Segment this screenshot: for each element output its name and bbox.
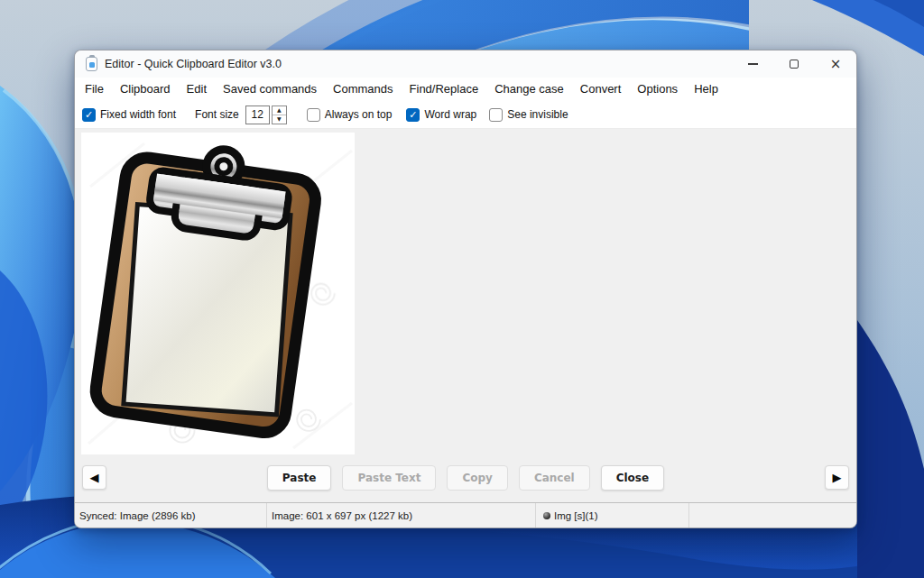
window-title: Editor - Quick Clipboard Editor v3.0 <box>105 58 282 70</box>
toolbar: ✓ Fixed width font Font size 12 ▲ ▼ ✓ Al… <box>75 101 856 129</box>
maximize-icon <box>790 60 799 69</box>
see-invisible-label: See invisible <box>507 108 568 121</box>
fixed-width-font-checkbox[interactable]: ✓ <box>82 108 96 122</box>
close-icon: × <box>830 58 842 71</box>
menu-item-options[interactable]: Options <box>629 78 686 101</box>
chevron-up-icon: ▲ <box>277 107 282 113</box>
always-on-top-checkbox[interactable]: ✓ <box>307 108 320 122</box>
menu-item-commands[interactable]: Commands <box>325 78 401 101</box>
chevron-down-icon: ▼ <box>277 116 282 122</box>
status-clip-slot: Img [s](1) <box>536 503 689 528</box>
clipboard-image-preview <box>81 133 355 454</box>
font-size-stepper: ▲ ▼ <box>272 106 287 124</box>
paste-button[interactable]: Paste <box>267 465 332 491</box>
window-controls: × <box>732 50 856 78</box>
fixed-width-font-label: Fixed width font <box>100 108 176 121</box>
status-image-info: Image: 601 x 697 px (1227 kb) <box>267 503 536 528</box>
menu-item-clipboard[interactable]: Clipboard <box>112 78 179 101</box>
clipboard-image <box>81 133 355 454</box>
menu-item-file[interactable]: File <box>77 78 112 101</box>
close-button[interactable]: × <box>815 50 856 78</box>
maximize-button[interactable] <box>773 50 815 78</box>
font-size-label: Font size <box>195 108 239 121</box>
stepper-up-button[interactable]: ▲ <box>273 106 286 115</box>
copy-button[interactable]: Copy <box>447 465 507 491</box>
minimize-icon <box>748 63 758 65</box>
menu-item-change-case[interactable]: Change case <box>486 78 572 101</box>
font-size-input[interactable]: 12 <box>245 106 270 124</box>
menu-bar: File Clipboard Edit Saved commands Comma… <box>75 78 856 101</box>
check-icon: ✓ <box>85 110 93 120</box>
minimize-button[interactable] <box>732 50 773 78</box>
editor-content-area: ◀ ▶ Paste Paste Text Copy Cancel Close <box>75 129 856 502</box>
paste-text-button[interactable]: Paste Text <box>342 465 436 491</box>
word-wrap-checkbox[interactable]: ✓ <box>406 108 420 122</box>
status-synced: Synced: Image (2896 kb) <box>75 503 267 528</box>
desktop: Editor - Quick Clipboard Editor v3.0 × F… <box>0 0 924 578</box>
cancel-button[interactable]: Cancel <box>519 465 590 491</box>
stepper-down-button[interactable]: ▼ <box>273 115 286 124</box>
close-action-button[interactable]: Close <box>601 465 664 491</box>
title-bar: Editor - Quick Clipboard Editor v3.0 × <box>75 50 856 78</box>
menu-item-convert[interactable]: Convert <box>572 78 630 101</box>
menu-item-edit[interactable]: Edit <box>179 78 215 101</box>
always-on-top-label: Always on top <box>325 108 393 121</box>
clip-type-icon <box>543 512 550 519</box>
menu-item-find-replace[interactable]: Find/Replace <box>402 78 487 101</box>
check-icon: ✓ <box>409 110 417 120</box>
status-empty <box>689 503 856 528</box>
action-button-row: Paste Paste Text Copy Cancel Close <box>75 465 856 491</box>
app-clipboard-icon <box>86 57 97 71</box>
status-bar: Synced: Image (2896 kb) Image: 601 x 697… <box>75 502 856 528</box>
see-invisible-checkbox[interactable]: ✓ <box>489 108 503 122</box>
menu-item-saved-commands[interactable]: Saved commands <box>215 78 325 101</box>
word-wrap-label: Word wrap <box>424 108 476 121</box>
status-clip-slot-text: Img [s](1) <box>554 510 598 521</box>
app-window: Editor - Quick Clipboard Editor v3.0 × F… <box>74 50 857 528</box>
menu-item-help[interactable]: Help <box>686 78 726 101</box>
